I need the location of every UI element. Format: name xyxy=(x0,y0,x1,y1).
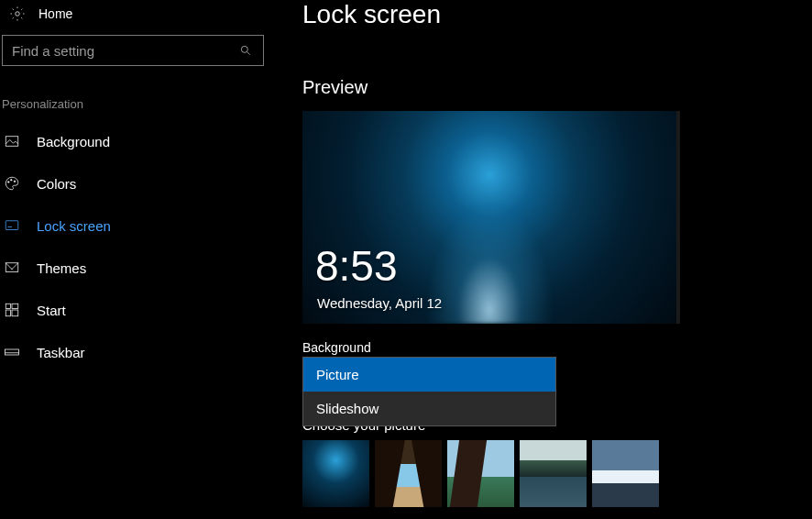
home-label: Home xyxy=(38,6,72,21)
sidebar-item-label: Taskbar xyxy=(37,345,85,360)
start-icon xyxy=(4,302,20,318)
sidebar-item-label: Background xyxy=(37,134,110,149)
picture-thumbnail[interactable] xyxy=(302,440,369,507)
settings-sidebar: Home Personalization Background Colors L… xyxy=(0,0,275,519)
dropdown-option-picture[interactable]: Picture xyxy=(303,358,555,392)
svg-rect-12 xyxy=(5,310,10,316)
svg-rect-13 xyxy=(12,310,18,316)
svg-rect-9 xyxy=(5,263,18,272)
preview-date: Wednesday, April 12 xyxy=(317,295,442,311)
svg-point-5 xyxy=(11,180,13,182)
sidebar-item-themes[interactable]: Themes xyxy=(0,247,275,289)
picture-thumbnail[interactable] xyxy=(520,440,587,507)
sidebar-item-colors[interactable]: Colors xyxy=(0,162,275,204)
sidebar-item-label: Lock screen xyxy=(37,218,111,234)
search-icon xyxy=(237,42,254,59)
home-link[interactable]: Home xyxy=(0,0,275,35)
search-input-container[interactable] xyxy=(2,35,264,66)
lockscreen-preview: 8:53 Wednesday, April 12 xyxy=(302,111,680,324)
sidebar-item-label: Start xyxy=(37,303,66,318)
sidebar-item-label: Colors xyxy=(37,176,76,192)
sidebar-section-label: Personalization xyxy=(0,66,275,120)
sidebar-item-lockscreen[interactable]: Lock screen xyxy=(0,204,275,247)
svg-line-2 xyxy=(247,52,250,55)
search-input[interactable] xyxy=(12,43,237,59)
svg-rect-3 xyxy=(5,137,18,147)
sidebar-item-background[interactable]: Background xyxy=(0,120,275,162)
palette-icon xyxy=(4,175,20,192)
svg-point-0 xyxy=(16,12,20,17)
svg-rect-14 xyxy=(5,349,19,355)
svg-point-4 xyxy=(8,182,10,183)
dropdown-option-slideshow[interactable]: Slideshow xyxy=(303,392,555,425)
lockscreen-icon xyxy=(4,217,20,234)
svg-rect-11 xyxy=(12,304,18,308)
background-field-label: Background xyxy=(302,340,812,355)
sidebar-item-taskbar[interactable]: Taskbar xyxy=(0,331,275,373)
background-dropdown[interactable]: Picture Slideshow xyxy=(302,357,556,426)
svg-point-6 xyxy=(14,181,16,182)
page-title: Lock screen xyxy=(302,0,812,29)
preview-time: 8:53 xyxy=(315,241,398,291)
sidebar-item-label: Themes xyxy=(37,260,86,276)
svg-rect-10 xyxy=(5,304,10,308)
svg-point-1 xyxy=(241,46,247,52)
picture-thumbnail[interactable] xyxy=(592,440,659,507)
picture-thumbnail[interactable] xyxy=(375,440,442,507)
preview-heading: Preview xyxy=(302,77,812,98)
taskbar-icon xyxy=(4,344,20,360)
main-content: Lock screen Preview 8:53 Wednesday, Apri… xyxy=(275,0,812,519)
picture-thumbnail[interactable] xyxy=(447,440,514,507)
themes-icon xyxy=(4,260,20,276)
picture-thumbnails xyxy=(302,440,812,507)
svg-rect-7 xyxy=(5,221,18,230)
sidebar-item-start[interactable]: Start xyxy=(0,289,275,331)
picture-icon xyxy=(4,133,20,149)
gear-icon xyxy=(9,6,26,22)
